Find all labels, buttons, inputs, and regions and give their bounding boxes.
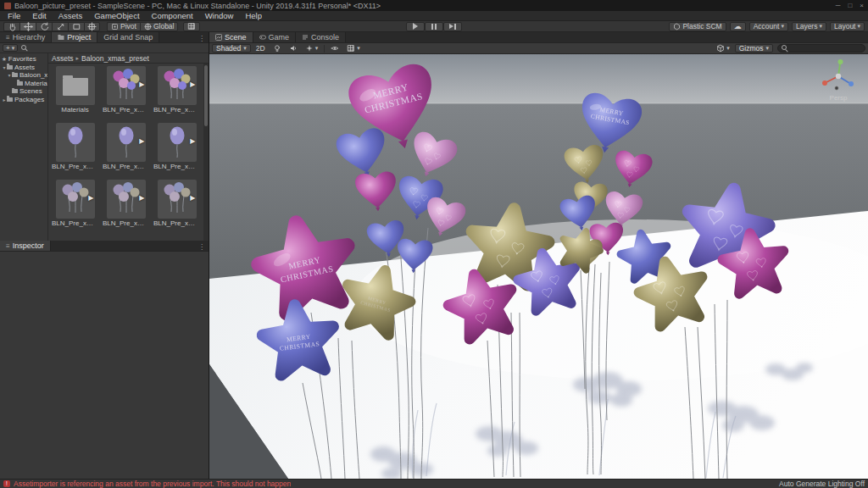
tree-item-material[interactable]: Material <box>0 80 47 88</box>
asset-tile[interactable]: ▶ BLN_Pre_xmas_H... <box>102 66 150 120</box>
asset-tile[interactable]: ▶ BLN_Pre_xmas... <box>153 123 201 177</box>
menu-gameobject[interactable]: GameObject <box>88 11 145 21</box>
asset-tile[interactable]: ▶ BLN_Pre_xmas... <box>102 123 150 177</box>
scene-render[interactable]: MERRYCHRISTMAS MERRYCHRISTMAS <box>209 54 868 479</box>
tab-console-label: Console <box>311 33 339 42</box>
tab-console[interactable]: Console <box>296 32 346 42</box>
chevron-down-icon: ▾ <box>765 45 769 52</box>
search-icon[interactable] <box>21 45 28 52</box>
project-scrollbar[interactable] <box>203 64 209 241</box>
asset-tile[interactable]: ▶ BLN_Pre_xmas_H... <box>153 66 201 120</box>
maximize-button[interactable]: □ <box>848 2 852 9</box>
scene-viewport[interactable]: MERRYCHRISTMAS MERRYCHRISTMAS <box>209 54 868 479</box>
gizmos-dropdown[interactable]: Gizmos ▾ <box>735 44 773 53</box>
scene-lighting-toggle[interactable] <box>270 44 284 53</box>
scene-camera-dropdown[interactable]: ▾ <box>714 44 732 53</box>
gizmos-label: Gizmos <box>739 44 764 53</box>
status-bar: ! Assetimporter is referencing an asset … <box>0 479 868 488</box>
expand-arrow-icon[interactable]: ▶ <box>88 195 93 202</box>
create-asset-button[interactable]: + ▾ <box>3 44 18 52</box>
menu-help[interactable]: Help <box>239 11 268 21</box>
move-tool-button[interactable] <box>19 22 36 31</box>
scene-effects-dropdown[interactable]: ▾ <box>303 44 321 53</box>
play-button[interactable] <box>406 22 425 31</box>
asset-tile[interactable]: ▶ BLN_Pre_xmas... <box>102 180 150 234</box>
main-toolbar: Pivot Global Plastic SCM ☁ Account ▾ <box>0 21 868 32</box>
step-button[interactable] <box>443 22 462 31</box>
pivot-label: Pivot <box>120 22 136 30</box>
folder-icon <box>7 97 13 102</box>
scene-grid-dropdown[interactable]: ▾ <box>344 44 363 53</box>
menu-file[interactable]: File <box>2 11 26 21</box>
scene-search-field[interactable] <box>777 44 865 53</box>
tab-scene[interactable]: Scene <box>209 32 253 42</box>
hierarchy-icon: ≡ <box>6 34 10 42</box>
tab-project-label: Project <box>67 33 91 42</box>
scale-tool-button[interactable] <box>52 22 68 31</box>
expand-arrow-icon[interactable]: ▶ <box>139 81 144 88</box>
rotate-tool-button[interactable] <box>36 22 52 31</box>
expand-arrow-icon[interactable]: ▶ <box>190 81 195 88</box>
rect-tool-button[interactable] <box>68 22 84 31</box>
hand-tool-button[interactable] <box>3 22 19 31</box>
account-dropdown[interactable]: Account ▾ <box>749 22 788 31</box>
scene-audio-toggle[interactable] <box>287 44 300 53</box>
breadcrumb-assets[interactable]: Assets <box>52 54 74 63</box>
tree-item-scenes[interactable]: Scenes <box>0 87 47 96</box>
menu-window[interactable]: Window <box>199 11 240 21</box>
panel-menu-icon[interactable]: ⋮ <box>195 243 209 251</box>
pause-button[interactable] <box>425 22 443 31</box>
expand-arrow-icon[interactable]: ▶ <box>190 138 195 145</box>
tab-inspector[interactable]: ≡ Inspector <box>0 241 51 251</box>
cloud-button[interactable]: ☁ <box>730 22 746 31</box>
tab-scene-label: Scene <box>225 33 247 42</box>
asset-grid: Materials ▶ BLN_Pre_xmas_H... ▶ BLN_Pre_… <box>48 64 203 241</box>
plastic-scm-label: Plastic SCM <box>682 22 721 30</box>
layout-dropdown[interactable]: Layout ▾ <box>830 22 865 31</box>
tab-grid-and-snap[interactable]: Grid and Snap <box>97 32 159 42</box>
panel-menu-icon[interactable]: ⋮ <box>195 35 209 42</box>
project-mini-toolbar: + ▾ <box>0 43 209 53</box>
global-toggle-button[interactable]: Global <box>140 22 179 31</box>
auto-generate-lighting-label[interactable]: Auto Generate Lighting Off <box>779 480 865 488</box>
tab-project[interactable]: Project <box>52 32 97 42</box>
breadcrumb-current-folder[interactable]: Baloon_xmas_preset <box>81 54 149 63</box>
menu-edit[interactable]: Edit <box>26 11 52 21</box>
project-panel: ★ Favorites ▾ Assets ▾ Baloon_xm... Mate… <box>0 53 209 241</box>
pivot-toggle-button[interactable]: Pivot <box>107 22 140 31</box>
menu-assets[interactable]: Assets <box>53 11 89 21</box>
scrollbar-thumb[interactable] <box>204 65 208 126</box>
expand-arrow-icon[interactable]: ▶ <box>139 138 144 145</box>
close-button[interactable]: × <box>860 2 864 9</box>
scene-search-input[interactable] <box>791 45 861 53</box>
tree-label: Assets <box>14 64 35 71</box>
asset-tile[interactable]: ▶ BLN_Pre_xmas... <box>51 180 99 234</box>
expand-arrow-icon[interactable]: ▶ <box>190 195 195 202</box>
tree-item-favorites[interactable]: ★ Favorites <box>0 55 47 64</box>
asset-tile[interactable]: ▶ BLN_Pre_xma... <box>153 180 201 234</box>
minimize-button[interactable]: ─ <box>836 2 841 9</box>
asset-label: BLN_Pre_xmas... <box>102 163 150 170</box>
transform-tool-button[interactable] <box>84 22 100 31</box>
asset-tile-materials[interactable]: Materials <box>51 66 99 120</box>
2d-toggle-button[interactable]: 2D <box>253 44 268 53</box>
grid-snapping-button[interactable] <box>183 22 200 31</box>
status-error-message[interactable]: Assetimporter is referencing an asset fr… <box>14 480 291 488</box>
tree-item-assets[interactable]: ▾ Assets <box>0 64 47 72</box>
tree-item-baloon-xmas[interactable]: ▾ Baloon_xm... <box>0 71 47 80</box>
scene-visibility-toggle[interactable] <box>328 44 342 53</box>
left-dock: ≡ Hierarchy Project Grid and Snap ⋮ + ▾ <box>0 32 209 479</box>
tab-game[interactable]: Game <box>253 32 297 42</box>
expand-arrow-icon[interactable]: ▶ <box>139 195 144 202</box>
scene-tabstrip: Scene Game Console <box>209 32 868 43</box>
asset-tile[interactable]: BLN_Pre_xmas_01 <box>51 123 99 177</box>
chevron-down-icon: ▾ <box>315 45 319 52</box>
tree-item-packages[interactable]: ▸ Packages <box>0 96 47 104</box>
layers-dropdown[interactable]: Layers ▾ <box>792 22 826 31</box>
shading-mode-dropdown[interactable]: Shaded ▾ <box>212 44 251 53</box>
tab-hierarchy[interactable]: ≡ Hierarchy <box>0 32 52 42</box>
menu-component[interactable]: Component <box>146 11 199 21</box>
plastic-scm-button[interactable]: Plastic SCM <box>669 22 726 31</box>
folder-icon <box>63 78 88 96</box>
asset-label: BLN_Pre_xmas... <box>153 163 201 170</box>
